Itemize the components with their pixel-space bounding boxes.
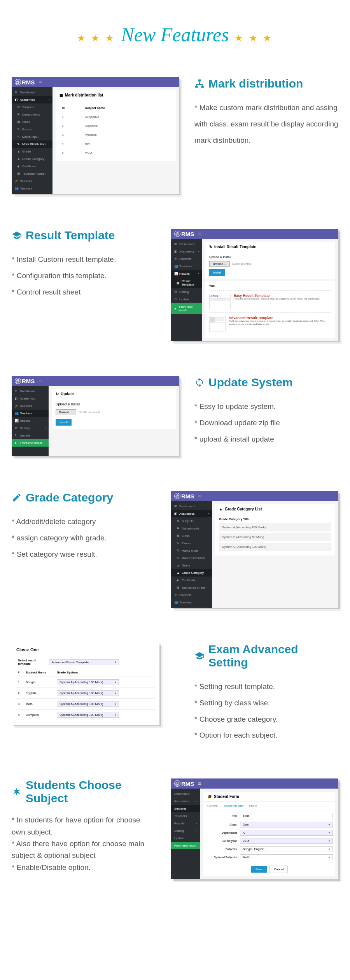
sidebar-item[interactable]: ▲Grade <box>12 148 52 155</box>
subjects-select[interactable]: Bangla, English▾ <box>240 846 333 852</box>
star-icon: ★ ★ ★ <box>234 33 273 43</box>
col-header: Subject name <box>83 104 171 112</box>
sidebar-item[interactable]: ✎Marks Input <box>12 133 52 140</box>
dept-select[interactable]: A▾ <box>240 830 333 836</box>
list-item[interactable]: System B (According 50 Mark) <box>219 533 331 541</box>
feature-description: * Make custom mark distribution and assi… <box>194 100 338 148</box>
sidebar-item[interactable]: ◧Academics‹ <box>12 96 52 103</box>
sidebar-item[interactable]: ▲Grade Category <box>171 569 212 577</box>
sidebar-item[interactable]: ◈Certificate <box>171 577 212 584</box>
sidebar-item[interactable]: Setting‹ <box>171 827 200 834</box>
sidebar-item[interactable]: ✎Mark Distribution <box>171 554 212 562</box>
sidebar-item[interactable]: ◧Academics‹ <box>12 395 49 402</box>
grade-select[interactable]: System A (According 100 Mark)▾ <box>57 701 119 707</box>
sidebar-item[interactable]: 🎓Students <box>12 177 52 185</box>
year-select[interactable]: 2015▾ <box>240 838 333 844</box>
sidebar-item[interactable]: Results‹ <box>171 820 200 827</box>
install-button[interactable]: Install <box>56 419 72 426</box>
sidebar-item[interactable]: 👥Teachers <box>171 599 212 606</box>
sidebar-item[interactable]: ⚙Subjects <box>12 103 52 111</box>
menu-toggle-icon[interactable]: ≡ <box>38 79 42 85</box>
browse-button[interactable]: Browse… <box>209 261 230 267</box>
sidebar-item[interactable]: ▦Tabulation Sheet <box>12 170 52 177</box>
sidebar-item[interactable]: ✎Exams <box>12 126 52 133</box>
feature-result-template: Result Template * Install Custom result … <box>12 229 338 341</box>
template-thumb: @RMS <box>209 294 231 309</box>
sidebar-item[interactable]: 🎓Students <box>12 402 49 410</box>
sidebar-item[interactable]: ⚑Departments <box>171 525 212 532</box>
sidebar-item[interactable]: Students <box>171 805 200 812</box>
sidebar-item[interactable]: ◧Academics‹ <box>171 510 212 517</box>
menu-toggle-icon[interactable]: ≡ <box>198 231 201 237</box>
panel-title: ▦ Mark distribution list <box>56 90 176 100</box>
field-label: Subjects <box>206 848 237 850</box>
grade-select[interactable]: System A (According 100 Mark)▾ <box>57 690 119 696</box>
sidebar-item[interactable]: ●Front-end result <box>12 439 49 447</box>
sidebar-item[interactable]: ✎Exams <box>171 540 212 547</box>
sidebar-item[interactable]: ▦Result Template <box>171 277 202 288</box>
sidebar-item[interactable]: ▦Class <box>12 118 52 126</box>
sidebar-item[interactable]: ⚙Setting <box>171 288 202 296</box>
title-label: Title <box>209 284 331 288</box>
sidebar-item[interactable]: ⊞Dashboard <box>171 503 212 510</box>
sidebar-item[interactable]: ⚑Departments <box>12 111 52 118</box>
panel-title: ▲ Grade Category List <box>215 504 335 514</box>
menu-toggle-icon[interactable]: ≡ <box>198 780 201 787</box>
tab-photo[interactable]: Photo <box>249 804 257 808</box>
optional-select[interactable]: Math▾ <box>240 854 333 860</box>
sidebar-item[interactable]: 🎓Students <box>171 255 202 263</box>
class-select[interactable]: One▾ <box>240 822 333 827</box>
feature-description: * Install Custom result template. * Conf… <box>12 251 156 300</box>
menu-toggle-icon[interactable]: ≡ <box>38 378 42 384</box>
sidebar-item[interactable]: 📊Results‹ <box>171 270 202 277</box>
list-item[interactable]: System A (According 100 Mark) <box>219 523 331 531</box>
install-button[interactable]: Install <box>209 269 225 276</box>
sidebar-item[interactable]: Front-end result <box>171 842 200 849</box>
template-select[interactable]: Advanced Result Template▾ <box>49 659 119 665</box>
title-text: New Features <box>121 24 229 46</box>
sidebar-item[interactable]: ✎Mark Distribution <box>12 140 52 148</box>
sidebar-item[interactable]: ▦Tabulation Sheet <box>171 584 212 591</box>
sidebar-item[interactable]: ⊞Dashboard <box>171 240 202 248</box>
sidebar-item[interactable]: 🎓Students <box>171 591 212 599</box>
template-card: Advanced Result TemplateRMS free advance… <box>209 312 331 335</box>
table-row: 4HW <box>60 140 171 148</box>
sidebar-item[interactable]: 📊Results‹ <box>12 417 49 424</box>
sidebar-item[interactable]: Academics‹ <box>171 798 200 805</box>
sidebar-item[interactable]: 👥Teachers <box>12 185 52 192</box>
sidebar-item[interactable]: ✎Marks Input <box>171 547 212 554</box>
feature-description: * Add/edit/delete category * assign cate… <box>12 514 156 562</box>
sidebar-item[interactable]: ▦Class <box>171 532 212 540</box>
browse-button[interactable]: Browse… <box>56 409 76 415</box>
tab-academic[interactable]: Academic Info <box>224 804 243 808</box>
menu-toggle-icon[interactable]: ≡ <box>198 493 201 499</box>
sidebar-item[interactable]: ◧Academics‹ <box>171 248 202 255</box>
sidebar: ⊞Dashboard ◧Academics‹ 🎓Students 👥Teache… <box>171 239 202 341</box>
save-button[interactable]: Save <box>251 866 267 873</box>
tab-general[interactable]: General <box>207 804 218 808</box>
cancel-button[interactable]: Cancel <box>270 866 288 873</box>
sidebar-item[interactable]: ↻Update <box>171 296 202 303</box>
sidebar-item[interactable]: ▲Grade <box>171 562 212 569</box>
feature-students-subject: Students Choose Subject * In students fo… <box>12 778 338 879</box>
sidebar-item[interactable]: ●Front-end result <box>171 303 202 314</box>
upload-label: Upload & Install <box>209 255 331 259</box>
feature-mark-distribution: @RMS ≡ ⊞Dashboard ◧Academics‹ ⚙Subjects … <box>12 77 338 194</box>
sidebar-item[interactable]: ⊞Dashboard <box>12 387 49 395</box>
sidebar-item[interactable]: ↻Update <box>12 432 49 439</box>
sidebar-item[interactable]: ⚙Subjects <box>171 517 212 525</box>
sidebar-item[interactable]: ▲Grade Category <box>12 155 52 163</box>
list-item[interactable]: System C (According 100 Mark) <box>219 543 331 551</box>
grade-select[interactable]: System A (According 100 Mark)▾ <box>57 712 119 718</box>
sidebar-item[interactable]: 👥Teachers <box>12 410 49 417</box>
sidebar-item[interactable]: 👥Teachers <box>171 263 202 270</box>
sidebar-item[interactable]: Update <box>171 834 200 842</box>
sidebar-item[interactable]: ⚙Setting‹ <box>12 424 49 432</box>
sidebar-item[interactable]: ◈Certificate <box>12 163 52 170</box>
sidebar-item[interactable]: ⊞Dashboard <box>12 89 52 96</box>
roll-input[interactable]: 1001 <box>240 813 333 819</box>
sidebar-item[interactable]: Dashboard <box>171 790 200 798</box>
grade-select[interactable]: System A (According 100 Mark)▾ <box>57 679 119 685</box>
sidebar-item[interactable]: Teachers <box>171 812 200 820</box>
nofile-text: No file selected. <box>79 410 101 414</box>
